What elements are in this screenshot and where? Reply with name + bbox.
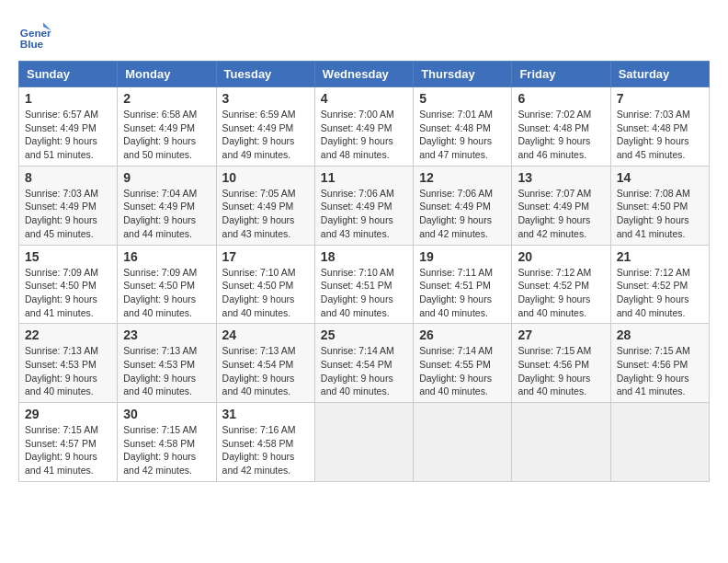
day-number: 15: [25, 249, 111, 264]
calendar-cell: 17Sunrise: 7:10 AMSunset: 4:50 PMDayligh…: [216, 245, 314, 324]
day-number: 9: [123, 170, 210, 185]
day-info: Sunrise: 7:01 AMSunset: 4:48 PMDaylight:…: [419, 108, 506, 162]
day-number: 25: [321, 327, 407, 342]
calendar-cell: [314, 403, 413, 482]
day-info: Sunrise: 7:15 AMSunset: 4:56 PMDaylight:…: [617, 344, 703, 398]
col-header-sunday: Sunday: [19, 62, 118, 87]
day-info: Sunrise: 7:15 AMSunset: 4:57 PMDaylight:…: [25, 423, 111, 477]
calendar-table: SundayMondayTuesdayWednesdayThursdayFrid…: [18, 61, 710, 482]
calendar-cell: 21Sunrise: 7:12 AMSunset: 4:52 PMDayligh…: [610, 245, 709, 324]
calendar-cell: 14Sunrise: 7:08 AMSunset: 4:50 PMDayligh…: [610, 166, 709, 245]
calendar-cell: [610, 403, 709, 482]
day-number: 1: [25, 91, 111, 106]
day-number: 3: [222, 91, 309, 106]
calendar-cell: 23Sunrise: 7:13 AMSunset: 4:53 PMDayligh…: [118, 324, 216, 403]
calendar-cell: 6Sunrise: 7:02 AMSunset: 4:48 PMDaylight…: [512, 87, 610, 167]
day-info: Sunrise: 7:13 AMSunset: 4:54 PMDaylight:…: [222, 344, 309, 398]
calendar-cell: [512, 403, 610, 482]
calendar-cell: 18Sunrise: 7:10 AMSunset: 4:51 PMDayligh…: [314, 245, 413, 324]
day-info: Sunrise: 7:14 AMSunset: 4:55 PMDaylight:…: [419, 344, 506, 398]
header-row: SundayMondayTuesdayWednesdayThursdayFrid…: [19, 62, 710, 87]
day-number: 29: [25, 407, 111, 421]
week-row-5: 29Sunrise: 7:15 AMSunset: 4:57 PMDayligh…: [19, 403, 710, 482]
calendar-cell: 10Sunrise: 7:05 AMSunset: 4:49 PMDayligh…: [216, 166, 314, 245]
day-info: Sunrise: 7:07 AMSunset: 4:49 PMDaylight:…: [518, 187, 604, 241]
day-info: Sunrise: 7:06 AMSunset: 4:49 PMDaylight:…: [419, 187, 506, 241]
day-info: Sunrise: 7:11 AMSunset: 4:51 PMDaylight:…: [419, 266, 506, 320]
calendar-cell: [414, 403, 512, 482]
day-number: 6: [518, 91, 604, 106]
calendar-cell: 16Sunrise: 7:09 AMSunset: 4:50 PMDayligh…: [118, 245, 216, 324]
day-number: 31: [222, 407, 309, 421]
calendar-cell: 24Sunrise: 7:13 AMSunset: 4:54 PMDayligh…: [216, 324, 314, 403]
calendar-cell: 29Sunrise: 7:15 AMSunset: 4:57 PMDayligh…: [19, 403, 118, 482]
svg-text:Blue: Blue: [20, 38, 44, 50]
calendar-cell: 28Sunrise: 7:15 AMSunset: 4:56 PMDayligh…: [610, 324, 709, 403]
calendar-cell: 25Sunrise: 7:14 AMSunset: 4:54 PMDayligh…: [314, 324, 413, 403]
calendar-cell: 22Sunrise: 7:13 AMSunset: 4:53 PMDayligh…: [19, 324, 118, 403]
day-info: Sunrise: 7:03 AMSunset: 4:49 PMDaylight:…: [25, 187, 111, 241]
calendar-cell: 20Sunrise: 7:12 AMSunset: 4:52 PMDayligh…: [512, 245, 610, 324]
calendar-cell: 1Sunrise: 6:57 AMSunset: 4:49 PMDaylight…: [19, 87, 118, 167]
calendar-cell: 27Sunrise: 7:15 AMSunset: 4:56 PMDayligh…: [512, 324, 610, 403]
week-row-1: 1Sunrise: 6:57 AMSunset: 4:49 PMDaylight…: [19, 87, 710, 167]
day-number: 30: [123, 407, 210, 421]
col-header-tuesday: Tuesday: [216, 62, 314, 87]
calendar-cell: 8Sunrise: 7:03 AMSunset: 4:49 PMDaylight…: [19, 166, 118, 245]
day-number: 26: [419, 327, 506, 342]
day-info: Sunrise: 6:59 AMSunset: 4:49 PMDaylight:…: [222, 108, 309, 162]
day-info: Sunrise: 7:03 AMSunset: 4:48 PMDaylight:…: [617, 108, 703, 162]
day-info: Sunrise: 7:00 AMSunset: 4:49 PMDaylight:…: [321, 108, 407, 162]
calendar-cell: 26Sunrise: 7:14 AMSunset: 4:55 PMDayligh…: [414, 324, 512, 403]
calendar-cell: 5Sunrise: 7:01 AMSunset: 4:48 PMDaylight…: [414, 87, 512, 167]
day-info: Sunrise: 6:58 AMSunset: 4:49 PMDaylight:…: [123, 108, 210, 162]
day-number: 19: [419, 249, 506, 264]
day-info: Sunrise: 7:15 AMSunset: 4:58 PMDaylight:…: [123, 423, 210, 477]
logo: General Blue: [18, 18, 55, 52]
day-info: Sunrise: 7:13 AMSunset: 4:53 PMDaylight:…: [25, 344, 111, 398]
day-info: Sunrise: 7:02 AMSunset: 4:48 PMDaylight:…: [518, 108, 604, 162]
calendar-cell: 13Sunrise: 7:07 AMSunset: 4:49 PMDayligh…: [512, 166, 610, 245]
day-number: 4: [321, 91, 407, 106]
day-info: Sunrise: 7:14 AMSunset: 4:54 PMDaylight:…: [321, 344, 407, 398]
day-info: Sunrise: 7:15 AMSunset: 4:56 PMDaylight:…: [518, 344, 604, 398]
day-info: Sunrise: 7:09 AMSunset: 4:50 PMDaylight:…: [123, 266, 210, 320]
calendar-cell: 7Sunrise: 7:03 AMSunset: 4:48 PMDaylight…: [610, 87, 709, 167]
day-number: 5: [419, 91, 506, 106]
calendar-cell: 4Sunrise: 7:00 AMSunset: 4:49 PMDaylight…: [314, 87, 413, 167]
day-number: 28: [617, 327, 703, 342]
day-info: Sunrise: 7:06 AMSunset: 4:49 PMDaylight:…: [321, 187, 407, 241]
day-number: 11: [321, 170, 407, 185]
calendar-cell: 9Sunrise: 7:04 AMSunset: 4:49 PMDaylight…: [118, 166, 216, 245]
day-number: 20: [518, 249, 604, 264]
col-header-thursday: Thursday: [414, 62, 512, 87]
day-info: Sunrise: 7:10 AMSunset: 4:50 PMDaylight:…: [222, 266, 309, 320]
day-number: 14: [617, 170, 703, 185]
day-info: Sunrise: 7:05 AMSunset: 4:49 PMDaylight:…: [222, 187, 309, 241]
week-row-2: 8Sunrise: 7:03 AMSunset: 4:49 PMDaylight…: [19, 166, 710, 245]
day-info: Sunrise: 7:08 AMSunset: 4:50 PMDaylight:…: [617, 187, 703, 241]
calendar-cell: 15Sunrise: 7:09 AMSunset: 4:50 PMDayligh…: [19, 245, 118, 324]
col-header-monday: Monday: [118, 62, 216, 87]
day-number: 27: [518, 327, 604, 342]
day-info: Sunrise: 7:12 AMSunset: 4:52 PMDaylight:…: [617, 266, 703, 320]
day-info: Sunrise: 7:16 AMSunset: 4:58 PMDaylight:…: [222, 423, 309, 477]
calendar-cell: 30Sunrise: 7:15 AMSunset: 4:58 PMDayligh…: [118, 403, 216, 482]
day-info: Sunrise: 7:12 AMSunset: 4:52 PMDaylight:…: [518, 266, 604, 320]
week-row-4: 22Sunrise: 7:13 AMSunset: 4:53 PMDayligh…: [19, 324, 710, 403]
calendar-cell: 11Sunrise: 7:06 AMSunset: 4:49 PMDayligh…: [314, 166, 413, 245]
day-number: 22: [25, 327, 111, 342]
day-number: 2: [123, 91, 210, 106]
col-header-friday: Friday: [512, 62, 610, 87]
day-number: 23: [123, 327, 210, 342]
day-number: 24: [222, 327, 309, 342]
page-header: General Blue: [18, 18, 710, 52]
day-number: 13: [518, 170, 604, 185]
day-info: Sunrise: 6:57 AMSunset: 4:49 PMDaylight:…: [25, 108, 111, 162]
week-row-3: 15Sunrise: 7:09 AMSunset: 4:50 PMDayligh…: [19, 245, 710, 324]
day-info: Sunrise: 7:04 AMSunset: 4:49 PMDaylight:…: [123, 187, 210, 241]
calendar-cell: 3Sunrise: 6:59 AMSunset: 4:49 PMDaylight…: [216, 87, 314, 167]
logo-icon: General Blue: [18, 18, 51, 52]
calendar-cell: 19Sunrise: 7:11 AMSunset: 4:51 PMDayligh…: [414, 245, 512, 324]
day-number: 7: [617, 91, 703, 106]
